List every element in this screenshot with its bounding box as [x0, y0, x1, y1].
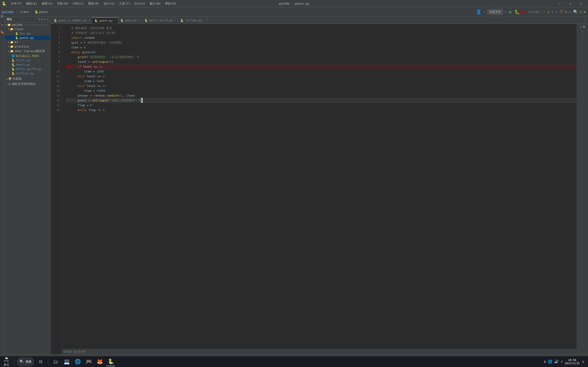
root-arrow: ▼ — [6, 23, 7, 26]
tab-hello-world[interactable]: 🐍 hello world.py ✕ — [142, 17, 178, 24]
code-line-14: item = 10000 — [66, 88, 577, 93]
menu-help[interactable]: 帮助(H) — [163, 1, 178, 7]
root-name: pyCode D:\ccode\pyCode — [12, 23, 47, 26]
tree-external[interactable]: ▶ 📦 外部库 — [5, 76, 50, 81]
tray-volume-icon[interactable]: 🔊 — [554, 359, 559, 364]
oj-folder-icon: 📁 — [10, 41, 14, 44]
tree-temp[interactable]: ▷ 🗂 临时文件和控制台 — [5, 81, 50, 86]
tab-turtle1-close[interactable]: ✕ — [203, 19, 205, 22]
tab-main-close[interactable]: ✕ — [138, 19, 140, 22]
tab-guess-a-number[interactable]: 🐍 guess_a_number.py ✕ — [52, 17, 92, 24]
git-push-icon[interactable]: ↑ — [551, 10, 553, 14]
heart-py-icon: 🐍 — [11, 63, 15, 66]
tree-bilibili-html[interactable]: 🌐 bilibili.html — [5, 54, 50, 58]
stop-button[interactable]: ⏹ — [521, 10, 525, 14]
line-numbers: 1 2 3 4 5 6 7 8 9 10 11 12 13 14 15 16 1… — [51, 24, 62, 354]
tree-first-py[interactable]: 🐍 first.py — [5, 58, 50, 62]
taskbar-datetime[interactable]: 10:56 2023/3/15 — [565, 359, 580, 365]
git-revert-icon[interactable]: ↩ — [569, 10, 571, 14]
taskbar-app4-button[interactable]: 🦊 — [95, 357, 104, 366]
tree-class-folder[interactable]: ▼ 📂 class — [5, 27, 50, 31]
code-editor[interactable]: # 脚本编号：20222108 多乐 # 开发时间：2023/3/2 18:55… — [62, 24, 577, 354]
file-tree: 项目 ⊕ ⚙ ≡ ✕ ▼ 📁 pyCode D:\ccode\pyCode ▼ … — [5, 17, 51, 354]
menu-nav[interactable]: 导航(N) — [55, 1, 70, 7]
line-num-14: 14 — [51, 88, 60, 93]
git-check-icon[interactable]: ✓ — [543, 10, 545, 14]
sidebar-bookmark-icon[interactable]: 🔖 — [0, 29, 5, 35]
minimize-button[interactable]: ─ — [554, 0, 565, 7]
taskbar-search-button[interactable]: 🔍 搜索 — [17, 357, 34, 366]
tray-show-desktop-icon[interactable]: ⊏ — [582, 360, 584, 364]
line-num-10: 10 — [51, 69, 60, 74]
sidebar-structure-icon[interactable]: ≡ — [1, 22, 3, 27]
git-warning-icon[interactable]: ⚠ — [547, 10, 550, 14]
profile-chevron[interactable]: ▾ — [484, 10, 485, 14]
for-py-icon: 🐍 — [15, 32, 19, 35]
profile-icon[interactable]: 👤 — [476, 9, 482, 15]
menu-window[interactable]: 窗口(W) — [148, 1, 163, 7]
tree-for-py[interactable]: 🐍 for.py — [5, 31, 50, 35]
close-button[interactable]: ✕ — [576, 0, 586, 7]
git-annotate-icon[interactable]: ≡ — [565, 10, 567, 14]
git-history-icon[interactable]: ⏱ — [559, 10, 563, 14]
search-icon[interactable]: 🔍 — [573, 9, 578, 14]
tray-battery-icon[interactable]: ⚡ — [561, 359, 563, 364]
run-icon-green[interactable]: ▶ — [584, 10, 586, 14]
menu-edit[interactable]: 编辑(E) — [24, 1, 39, 7]
tree-practice-folder[interactable]: ▶ 📁 practice — [5, 44, 50, 49]
taskbar-app1-button[interactable]: 💻 — [62, 357, 71, 366]
current-file-chevron[interactable]: ▾ — [505, 10, 506, 14]
menu-refactor[interactable]: 重构(R) — [86, 1, 101, 7]
code-line-3-random: random — [84, 35, 95, 40]
tree-oj-folder[interactable]: ▶ 📁 OJ — [5, 40, 50, 44]
fold-6[interactable]: ⌄ — [97, 50, 98, 55]
settings-icon[interactable]: ⚙ — [580, 10, 582, 14]
tray-network-icon[interactable]: 🌐 — [548, 359, 552, 364]
tab-guess[interactable]: 🐍 guess.py ✕ — [92, 17, 118, 24]
titlebar: 🐍 文件(F) 编辑(E) 视图(V) 导航(N) 代码(C) 重构(R) 运行… — [0, 0, 588, 7]
maximize-button[interactable]: □ — [565, 0, 576, 7]
taskbar-app3-button[interactable]: 🎮 — [84, 357, 93, 366]
tab-hello-world-close[interactable]: ✕ — [174, 19, 175, 22]
menu-file[interactable]: 文件(F) — [9, 1, 24, 7]
tab-turtle1[interactable]: 🐍 turtle1.py ✕ — [178, 17, 207, 24]
scroll-indicator-up[interactable]: ▲ — [582, 29, 583, 32]
fold-status-bar: while quit==0 — [62, 349, 577, 354]
menu-view[interactable]: 视图(V) — [40, 1, 55, 7]
taskbar-app2-button[interactable]: 🌐 — [73, 357, 82, 366]
warning-count[interactable]: ⚠ 6 — [579, 25, 586, 29]
line-num-17: 17 — [51, 103, 60, 108]
taskbar-pycharm-button[interactable]: 🐍 — [106, 357, 115, 366]
run-button[interactable]: ▶ — [508, 9, 513, 14]
taskbar-taskview-button[interactable]: ⊟ — [36, 357, 45, 366]
tree-turtle-py[interactable]: 🐍 turtle1.py — [5, 71, 50, 75]
git-pull-icon[interactable]: ↓ — [555, 10, 558, 14]
tree-root[interactable]: ▼ 📁 pyCode D:\ccode\pyCode — [5, 23, 50, 27]
tree-hello-world-py[interactable]: 🐍 hello world.py — [5, 67, 50, 71]
tree-venv-folder[interactable]: ▶ 📁 venv library根目录 — [5, 49, 50, 54]
scroll-indicator-down[interactable]: ▼ — [582, 32, 583, 35]
tree-close-icon[interactable]: ✕ — [47, 18, 48, 21]
current-file-button[interactable]: 当前文件 — [487, 9, 503, 15]
breakpoint-9[interactable] — [68, 66, 70, 68]
tree-title: 项目 — [6, 17, 12, 21]
tree-heart-py[interactable]: 🐍 heart.py — [5, 62, 50, 67]
menu-run[interactable]: 运行(U) — [102, 1, 117, 7]
bilibili-icon: 🌐 — [11, 54, 15, 58]
tray-arrow-icon[interactable]: ∧ — [544, 359, 546, 364]
menu-code[interactable]: 代码(C) — [71, 1, 86, 7]
debug-run-button[interactable]: 🐛 — [515, 9, 519, 14]
tree-settings-icon[interactable]: ⚙ — [41, 18, 43, 21]
menu-git[interactable]: Git(G) — [133, 1, 147, 6]
tree-collapse-icon[interactable]: ≡ — [44, 18, 46, 21]
menu-tools[interactable]: 工具(T) — [117, 1, 132, 7]
sidebar-project-icon[interactable]: 项目 — [0, 18, 4, 20]
tab-more-button[interactable]: ⋮ — [583, 18, 588, 24]
tree-guess-py[interactable]: 🐍 guess.py — [5, 35, 50, 40]
tab-guess-close[interactable]: ✕ — [114, 19, 115, 22]
tab-hello-world-label: hello world.py — [149, 19, 173, 22]
tab-guess-a-number-close[interactable]: ✕ — [88, 19, 90, 22]
taskbar-explorer-button[interactable]: 🗂 — [51, 357, 60, 366]
tree-new-icon[interactable]: ⊕ — [39, 18, 40, 21]
tab-main[interactable]: 🐍 main.py ✕ — [118, 17, 142, 24]
